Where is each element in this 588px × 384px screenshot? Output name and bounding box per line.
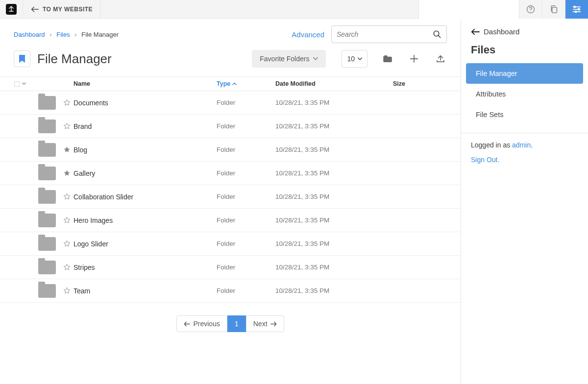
favorite-toggle[interactable] <box>60 264 74 271</box>
file-search-input[interactable] <box>337 30 433 38</box>
side-item-file-sets[interactable]: File Sets <box>466 104 583 125</box>
star-icon <box>63 287 71 294</box>
global-search-input[interactable] <box>430 5 513 13</box>
folder-icon <box>38 143 56 157</box>
star-icon <box>63 240 71 247</box>
star-filled-icon <box>63 146 71 153</box>
table-row[interactable]: BlogFolder10/28/21, 3:35 PM <box>0 138 461 162</box>
svg-point-7 <box>575 11 577 12</box>
search-icon[interactable] <box>433 30 441 39</box>
new-folder-button[interactable] <box>381 50 394 68</box>
sign-out-link[interactable]: Sign Out. <box>471 156 499 164</box>
side-back-link[interactable]: Dashboard <box>461 27 588 44</box>
settings-button[interactable] <box>565 0 588 19</box>
favorite-toggle[interactable] <box>60 216 74 224</box>
folder-icon <box>38 237 56 251</box>
sliders-icon <box>572 5 581 13</box>
star-icon <box>63 99 71 106</box>
folder-icon <box>38 284 56 298</box>
app-logo[interactable] <box>0 0 23 19</box>
upload-icon <box>436 55 445 63</box>
file-name[interactable]: Collaboration Slider <box>74 193 217 201</box>
col-header-date[interactable]: Date Modified <box>275 80 393 87</box>
arrow-left-icon <box>471 28 480 35</box>
side-item-file-manager[interactable]: File Manager <box>466 63 583 84</box>
file-date: 10/28/21, 3:35 PM <box>275 193 393 200</box>
favorite-toggle[interactable] <box>60 240 74 247</box>
side-title: Files <box>461 44 588 63</box>
favorite-toggle[interactable] <box>60 122 74 130</box>
table-row[interactable]: BrandFolder10/28/21, 3:35 PM <box>0 115 461 138</box>
chevron-down-icon <box>358 57 362 61</box>
table-header: Name Type Date Modified Size <box>0 76 461 91</box>
table-row[interactable]: DocumentsFolder10/28/21, 3:35 PM <box>0 91 461 115</box>
table-row[interactable]: Hero ImagesFolder10/28/21, 3:35 PM <box>0 209 461 232</box>
file-date: 10/28/21, 3:35 PM <box>275 169 393 177</box>
table-row[interactable]: Collaboration SliderFolder10/28/21, 3:35… <box>0 185 461 209</box>
chevron-down-icon[interactable] <box>22 82 26 85</box>
copy-button[interactable] <box>542 0 565 19</box>
col-header-type[interactable]: Type <box>217 80 275 87</box>
breadcrumb-link-dashboard[interactable]: Dashboard <box>14 31 45 38</box>
arrow-left-icon <box>31 6 39 13</box>
file-name[interactable]: Blog <box>74 146 217 154</box>
back-to-site-link[interactable]: TO MY WEBSITE <box>23 0 101 18</box>
file-date: 10/28/21, 3:35 PM <box>275 240 393 247</box>
arrow-left-icon <box>184 321 190 327</box>
folder-icon <box>38 190 56 204</box>
file-name[interactable]: Logo Slider <box>74 240 217 248</box>
table-row[interactable]: TeamFolder10/28/21, 3:35 PM <box>0 279 461 303</box>
file-name[interactable]: Documents <box>74 99 217 107</box>
favorite-toggle[interactable] <box>60 193 74 200</box>
file-search[interactable] <box>331 25 447 43</box>
user-link[interactable]: admin <box>512 141 531 149</box>
select-all[interactable] <box>14 81 38 87</box>
file-date: 10/28/21, 3:35 PM <box>275 99 393 106</box>
side-nav: File ManagerAttributesFile Sets <box>461 63 588 125</box>
table-row[interactable]: StripesFolder10/28/21, 3:35 PM <box>0 256 461 279</box>
file-name[interactable]: Gallery <box>74 169 217 177</box>
folder-icon <box>38 167 56 180</box>
file-type: Folder <box>217 287 275 294</box>
file-name[interactable]: Hero Images <box>74 216 217 224</box>
table-row[interactable]: Logo SliderFolder10/28/21, 3:35 PM <box>0 232 461 256</box>
folder-icon <box>383 55 392 62</box>
file-name[interactable]: Stripes <box>74 264 217 271</box>
advanced-search-link[interactable]: Advanced <box>292 30 324 39</box>
bookmark-toggle[interactable] <box>14 50 30 67</box>
breadcrumb-link-files[interactable]: Files <box>56 31 70 38</box>
star-icon <box>63 216 71 224</box>
folder-icon <box>38 261 56 274</box>
file-type: Folder <box>217 264 275 271</box>
favorite-toggle[interactable] <box>60 169 74 177</box>
back-to-site-text: TO MY WEBSITE <box>43 6 93 13</box>
select-all-checkbox[interactable] <box>14 81 20 87</box>
add-button[interactable] <box>408 50 420 68</box>
global-search[interactable] <box>418 0 519 19</box>
star-icon <box>63 264 71 271</box>
top-bar: TO MY WEBSITE <box>0 0 588 19</box>
help-button[interactable] <box>519 0 542 19</box>
pager-next[interactable]: Next <box>246 315 284 332</box>
col-header-name[interactable]: Name <box>74 80 217 87</box>
favorite-toggle[interactable] <box>60 146 74 153</box>
pager-previous[interactable]: Previous <box>176 315 227 332</box>
copy-icon <box>550 5 558 14</box>
col-header-size[interactable]: Size <box>393 80 447 87</box>
favorite-folders-dropdown[interactable]: Favorite Folders <box>252 50 326 68</box>
upload-button[interactable] <box>434 50 447 68</box>
arrow-right-icon <box>270 321 277 327</box>
per-page-dropdown[interactable]: 10 <box>342 50 368 68</box>
file-name[interactable]: Brand <box>74 122 217 130</box>
table-row[interactable]: GalleryFolder10/28/21, 3:35 PM <box>0 162 461 185</box>
breadcrumb-current: File Manager <box>81 31 119 38</box>
pager-page-1[interactable]: 1 <box>227 315 246 332</box>
svg-point-5 <box>574 6 575 7</box>
file-name[interactable]: Team <box>74 287 217 295</box>
star-filled-icon <box>63 169 71 177</box>
side-item-attributes[interactable]: Attributes <box>466 84 583 104</box>
folder-icon <box>38 214 56 227</box>
sort-asc-icon <box>232 82 237 86</box>
favorite-toggle[interactable] <box>60 287 74 294</box>
favorite-toggle[interactable] <box>60 99 74 106</box>
